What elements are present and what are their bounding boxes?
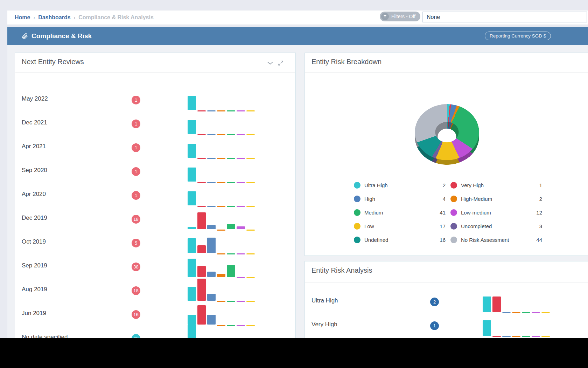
bar [483,320,491,336]
mini-bar-chart[interactable] [483,287,550,312]
risk-legend-left: Ultra High2High4Medium41Low17Undefined16 [354,178,446,247]
expand-icon[interactable] [278,61,283,66]
review-row[interactable]: Oct 20195 [15,231,295,255]
legend-color-dot [354,209,360,216]
mini-bar-chart[interactable] [188,300,255,325]
legend-label: Ultra High [364,182,388,188]
bar [207,238,216,253]
breadcrumb-separator: › [33,15,35,20]
legend-value: 3 [539,223,542,229]
filters-toggle[interactable]: Filters - Off [380,12,420,21]
mini-bar-chart[interactable] [188,157,255,182]
mini-bar-chart[interactable] [188,86,255,110]
legend-item[interactable]: High4 [354,192,446,206]
bar [188,259,196,277]
legend-item[interactable]: Undefined16 [354,233,446,247]
legend-label: Undefined [364,237,388,243]
mini-bar-chart[interactable] [188,133,255,158]
reviews-rows: May 20221Dec 20211Apr 20211Sep 20201Apr … [15,88,295,350]
dashboard-title: Compliance & Risk [31,32,92,40]
bar [188,120,196,134]
filter-value-input[interactable] [422,12,587,22]
legend-item[interactable]: Medium41 [354,206,446,219]
legend-color-dot [450,237,457,243]
breadcrumb-item-home[interactable]: Home [15,14,30,21]
bar [207,315,216,325]
review-row[interactable]: Apr 20201 [15,183,295,207]
legend-value: 2 [443,182,446,188]
bar [188,315,196,325]
review-row[interactable]: Sep 201938 [15,255,295,279]
review-row[interactable]: Dec 201918 [15,207,295,231]
bar [197,279,206,301]
legend-color-dot [354,182,360,189]
panel-title: Entity Risk Analysis [312,266,372,274]
dashboard-content: Next Entity Reviews May 20221Dec 20211Ap… [7,45,588,354]
review-row[interactable]: Apr 20211 [15,136,295,159]
review-row-label: Dec 2019 [22,214,47,222]
legend-item[interactable]: Low-medium12 [450,206,542,219]
review-row-label: Dec 2021 [22,119,47,126]
legend-label: High-Medium [461,196,492,202]
risk-row[interactable]: Ultra High2 [305,290,588,314]
review-row[interactable]: Jun 201916 [15,302,295,326]
legend-label: Very High [461,182,484,188]
risk-row-label: Very High [312,321,337,328]
breadcrumb-item-compliance-risk-analysis: Compliance & Risk Analysis [78,14,154,21]
legend-value: 17 [440,223,446,229]
mini-bar-chart[interactable] [188,229,255,253]
bottom-black-bar [0,338,588,368]
review-row-label: Oct 2019 [22,238,46,245]
mini-bar-chart[interactable] [188,205,255,229]
filters-label: Filters - Off [391,14,415,19]
review-row[interactable]: Aug 201918 [15,279,295,302]
review-row[interactable]: May 20221 [15,88,295,112]
review-row-label: Sep 2020 [22,167,47,174]
mini-bar-chart[interactable] [188,109,255,134]
legend-item[interactable]: Low17 [354,219,446,233]
legend-item[interactable]: No Risk Assessment44 [450,233,542,247]
legend-value: 44 [536,237,542,243]
legend-color-dot [354,223,360,230]
chevron-down-icon[interactable] [267,61,273,66]
review-row-count-badge: 1 [132,167,140,176]
mini-bar-chart[interactable] [188,276,255,301]
legend-item[interactable]: Very High1 [450,178,542,192]
bar [197,266,206,277]
legend-label: Uncompleted [461,223,492,229]
risk-row[interactable]: Very High1 [305,314,588,338]
legend-label: High [364,196,375,202]
legend-label: Low [364,223,374,229]
donut-face [415,104,479,160]
bar [188,238,196,253]
dashboard-header: Compliance & Risk Reporting Currency SGD… [7,27,588,45]
legend-label: Medium [364,210,383,216]
mini-bar-chart[interactable] [483,311,550,336]
bar [188,144,196,158]
review-row[interactable]: Sep 20201 [15,159,295,183]
bar [532,336,540,337]
review-row[interactable]: Dec 20211 [15,112,295,136]
breadcrumb-item-dashboards[interactable]: Dashboards [38,14,70,21]
bar [197,212,206,229]
legend-label: No Risk Assessment [461,237,509,243]
panel-title: Next Entity Reviews [22,58,84,66]
mini-bar-chart[interactable] [188,181,255,205]
review-row-count-badge: 1 [132,120,140,128]
bar [483,297,491,312]
risk-row-count-badge: 1 [430,321,439,330]
reporting-currency-pill[interactable]: Reporting Currency SGD $ [485,32,551,40]
review-row-count-badge: 1 [132,96,140,104]
panel-entity-risk-breakdown: Entity Risk Breakdown Ultra High2High4Me… [304,53,588,256]
legend-item[interactable]: High-Medium2 [450,192,542,206]
risk-donut-chart[interactable] [415,104,479,160]
mini-bar-chart[interactable] [188,252,255,277]
breadcrumb-separator: › [74,15,76,20]
legend-color-dot [354,237,360,243]
review-row-count-badge: 1 [132,191,140,200]
bar [188,191,196,205]
legend-item[interactable]: Uncompleted3 [450,219,542,233]
review-row-count-badge: 38 [132,263,140,271]
paperclip-icon [22,33,28,39]
legend-item[interactable]: Ultra High2 [354,178,446,192]
